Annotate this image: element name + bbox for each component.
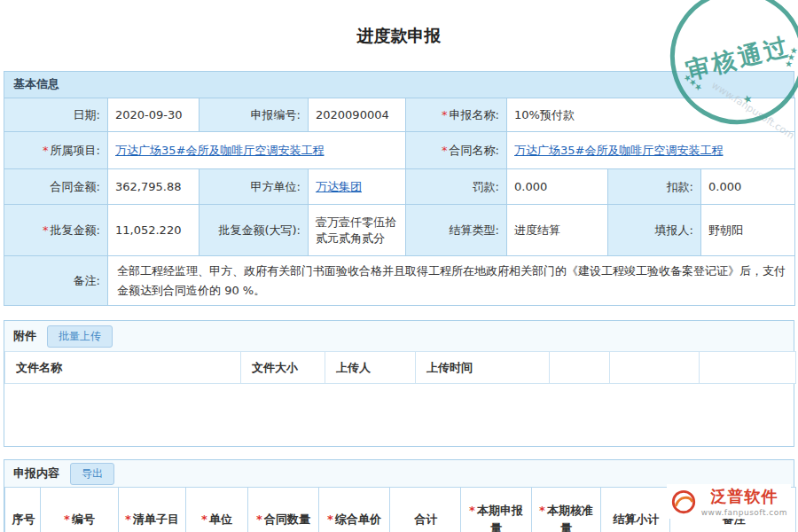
table-row: 合同金额: 362,795.88 甲方单位: 万达集团 罚款: 0.000 扣款… bbox=[4, 169, 795, 205]
column-code: *编号 bbox=[41, 488, 119, 532]
column-upload-time: 上传时间 bbox=[416, 352, 550, 384]
party-a-link[interactable]: 万达集团 bbox=[316, 180, 362, 193]
date-label: 日期: bbox=[4, 98, 108, 132]
approved-amount-label: *批复金额: bbox=[4, 205, 108, 256]
column-empty bbox=[700, 352, 796, 384]
column-unit-price: *综合单价 bbox=[319, 488, 390, 532]
table-row: *批复金额: 11,052.220 批复金额(大写): 壹万壹仟零伍拾贰元贰角贰… bbox=[4, 205, 795, 256]
column-seq: 序号 bbox=[5, 488, 41, 532]
table-header-row: 文件名称 文件大小 上传人 上传时间 bbox=[5, 352, 796, 384]
contract-amount-label: 合同金额: bbox=[4, 169, 108, 205]
attachments-table: 文件名称 文件大小 上传人 上传时间 bbox=[4, 351, 796, 384]
remark-label: 备注: bbox=[4, 256, 108, 306]
column-list-item: *清单子目 bbox=[119, 488, 186, 532]
basic-info-table: 日期: 2020-09-30 申报编号: 2020090004 *申报名称: 1… bbox=[4, 98, 795, 306]
column-file-size: 文件大小 bbox=[241, 352, 325, 384]
contract-amount-value: 362,795.88 bbox=[108, 169, 200, 205]
declaration-number-value: 2020090004 bbox=[309, 98, 406, 132]
export-button[interactable]: 导出 bbox=[70, 463, 114, 485]
attachments-empty-area bbox=[4, 384, 794, 446]
column-empty bbox=[550, 352, 610, 384]
penalty-value: 0.000 bbox=[507, 169, 608, 205]
basic-info-section: 基本信息 日期: 2020-09-30 申报编号: 2020090004 *申报… bbox=[4, 71, 794, 306]
table-row: 备注: 全部工程经监理、甲方、政府有关部门书面验收合格并且取得工程所在地政府相关… bbox=[4, 256, 795, 306]
column-uploader: 上传人 bbox=[325, 352, 416, 384]
approved-amount-value: 11,052.220 bbox=[108, 205, 200, 256]
date-value: 2020-09-30 bbox=[108, 98, 200, 132]
approved-amount-caps-label: 批复金额(大写): bbox=[200, 205, 309, 256]
project-label: *所属项目: bbox=[4, 132, 108, 169]
attachments-header-bar: 附件 批量上传 bbox=[4, 321, 794, 351]
remark-value: 全部工程经监理、甲方、政府有关部门书面验收合格并且取得工程所在地政府相关部门的《… bbox=[108, 256, 795, 306]
declaration-header-bar: 申报内容 导出 bbox=[4, 460, 794, 487]
column-period-declared-qty: *本期申报量 bbox=[461, 488, 532, 532]
penalty-label: 罚款: bbox=[406, 169, 507, 205]
table-row: 日期: 2020-09-30 申报编号: 2020090004 *申报名称: 1… bbox=[4, 98, 795, 132]
contract-name-label: *合同名称: bbox=[406, 132, 507, 169]
vendor-logo-name: 泛普软件 bbox=[710, 486, 778, 507]
column-unit: *单位 bbox=[186, 488, 248, 532]
filler-label: 填报人: bbox=[608, 205, 701, 256]
vendor-logo-icon bbox=[670, 489, 697, 515]
party-a-label: 甲方单位: bbox=[200, 169, 309, 205]
column-empty bbox=[610, 352, 700, 384]
vendor-logo-site: www.fanpusoft.com bbox=[701, 508, 787, 517]
page-title: 进度款申报 bbox=[0, 0, 798, 48]
declaration-name-value: 10%预付款 bbox=[507, 98, 795, 132]
contract-name-link[interactable]: 万达广场35#会所及咖啡厅空调安装工程 bbox=[514, 144, 723, 157]
settlement-type-label: 结算类型: bbox=[406, 205, 507, 256]
stamp-stars-right-icon: ★★★ bbox=[783, 46, 798, 69]
attachments-title: 附件 bbox=[13, 328, 36, 344]
column-file-name: 文件名称 bbox=[5, 352, 241, 384]
declaration-title: 申报内容 bbox=[13, 466, 59, 481]
approved-amount-caps-value: 壹万壹仟零伍拾贰元贰角贰分 bbox=[309, 205, 406, 256]
project-link[interactable]: 万达广场35#会所及咖啡厅空调安装工程 bbox=[115, 144, 324, 157]
table-row: *所属项目: 万达广场35#会所及咖啡厅空调安装工程 *合同名称: 万达广场35… bbox=[4, 132, 795, 169]
column-period-approved-qty: *本期核准量 bbox=[532, 488, 601, 532]
basic-info-header: 基本信息 bbox=[4, 71, 794, 98]
deduction-label: 扣款: bbox=[608, 169, 701, 205]
settlement-type-value: 进度结算 bbox=[507, 205, 608, 256]
deduction-value: 0.000 bbox=[701, 169, 795, 205]
column-contract-qty: *合同数量 bbox=[248, 488, 319, 532]
batch-upload-button[interactable]: 批量上传 bbox=[47, 325, 113, 348]
filler-value: 野朝阳 bbox=[701, 205, 795, 256]
declaration-number-label: 申报编号: bbox=[200, 98, 309, 132]
declaration-name-label: *申报名称: bbox=[406, 98, 507, 132]
attachments-section: 附件 批量上传 文件名称 文件大小 上传人 上传时间 bbox=[4, 320, 794, 447]
column-total: 合计 bbox=[390, 488, 461, 532]
party-a-value: 万达集团 bbox=[309, 169, 406, 205]
project-value: 万达广场35#会所及咖啡厅空调安装工程 bbox=[108, 132, 406, 169]
vendor-logo: 泛普软件 www.fanpusoft.com bbox=[667, 484, 791, 519]
column-settle-subtotal: 结算小计 bbox=[601, 488, 670, 532]
contract-name-value: 万达广场35#会所及咖啡厅空调安装工程 bbox=[507, 132, 795, 169]
